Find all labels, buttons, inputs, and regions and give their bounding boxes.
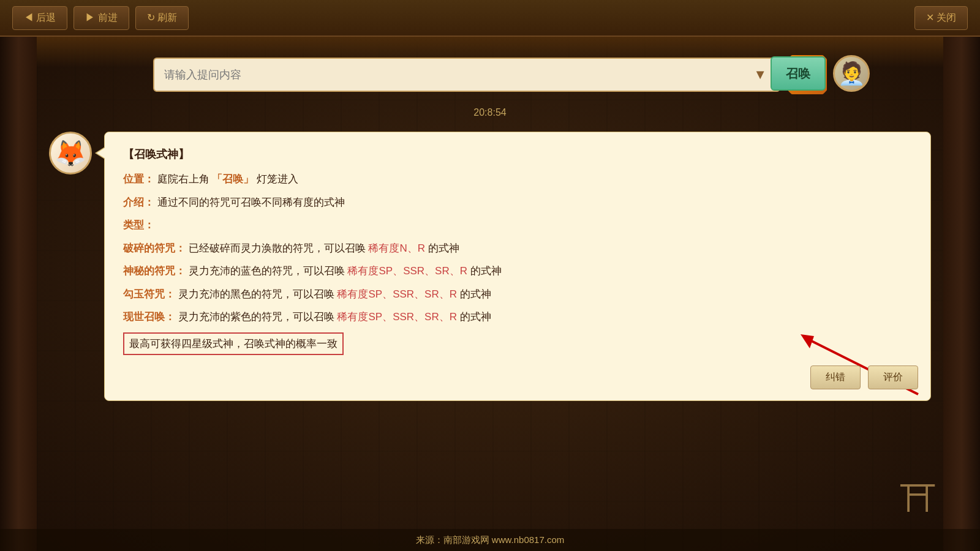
broken-text: 已经破碎而灵力涣散的符咒，可以召唤: [189, 242, 366, 254]
modern-label: 现世召唤：: [123, 311, 175, 323]
bot-avatar-icon: 🦊: [55, 138, 86, 168]
message-bubble: 【召唤式神】 位置： 庭院右上角 「召唤」 灯笼进入 介绍： 通过不同的符咒可召…: [104, 132, 931, 401]
jade-highlight: 稀有度SP、SSR、SR、R: [337, 288, 457, 300]
boxed-text-line: 最高可获得四星级式神，召唤式神的概率一致: [123, 332, 912, 356]
main-content: ▼ 🔍 召唤 🧑‍💼 20:8:54 🦊 【召唤式神】 位置： 庭院右上角 「召…: [0, 37, 980, 551]
dropdown-button[interactable]: ▼: [751, 64, 769, 85]
message-area: 🦊 【召唤式神】 位置： 庭院右上角 「召唤」 灯笼进入 介绍： 通过不同的符咒…: [49, 132, 931, 520]
summon-button[interactable]: 召唤: [771, 56, 826, 91]
bottom-source-bar: 来源：南部游戏网 www.nb0817.com: [0, 529, 980, 551]
location-link: 「召唤」: [212, 173, 254, 185]
nav-buttons-group: ◀ 后退 ▶ 前进 ↻ 刷新: [12, 6, 189, 30]
location-line: 位置： 庭院右上角 「召唤」 灯笼进入: [123, 171, 912, 187]
location-text: 庭院右上角: [157, 173, 213, 185]
top-navigation-bar: ◀ 后退 ▶ 前进 ↻ 刷新 ✕ 关闭: [0, 0, 980, 37]
intro-line: 介绍： 通过不同的符咒可召唤不同稀有度的式神: [123, 195, 912, 211]
type-line: 类型：: [123, 217, 912, 233]
jade-suffix: 的式神: [460, 288, 491, 300]
highlighted-box: 最高可获得四星级式神，召唤式神的概率一致: [123, 332, 344, 356]
timestamp: 20:8:54: [473, 107, 506, 118]
avatar-icon: 🧑‍💼: [838, 61, 865, 86]
modern-text: 灵力充沛的紫色的符咒，可以召唤: [178, 311, 334, 323]
intro-label: 介绍：: [123, 197, 154, 208]
back-button[interactable]: ◀ 后退: [12, 6, 67, 30]
broken-talisman-line: 破碎的符咒： 已经破碎而灵力涣散的符咒，可以召唤 稀有度N、R 的式神: [123, 241, 912, 257]
intro-text: 通过不同的符咒可召唤不同稀有度的式神: [157, 197, 345, 208]
jade-text: 灵力充沛的黑色的符咒，可以召唤: [178, 288, 334, 300]
type-label: 类型：: [123, 219, 154, 231]
broken-highlight: 稀有度N、R: [368, 242, 425, 254]
search-area: ▼ 🔍: [153, 55, 827, 94]
broken-suffix: 的式神: [428, 242, 459, 254]
modern-summon-line: 现世召唤： 灵力充沛的紫色的符咒，可以召唤 稀有度SP、SSR、SR、R 的式神: [123, 309, 912, 325]
close-button[interactable]: ✕ 关闭: [914, 6, 968, 30]
bot-avatar: 🦊: [49, 132, 92, 174]
user-avatar[interactable]: 🧑‍💼: [833, 55, 870, 92]
forward-button[interactable]: ▶ 前进: [74, 6, 129, 30]
search-input[interactable]: [164, 69, 751, 81]
search-input-wrapper: ▼: [153, 58, 780, 92]
broken-label: 破碎的符咒：: [123, 242, 186, 254]
modern-highlight: 稀有度SP、SSR、SR、R: [337, 311, 457, 323]
decorative-character: ⛩: [900, 478, 937, 520]
jade-label: 勾玉符咒：: [123, 288, 175, 300]
location-label: 位置：: [123, 173, 154, 185]
mystic-suffix: 的式神: [470, 265, 502, 277]
action-buttons: 纠错 评价: [810, 365, 918, 389]
source-text: 来源：南部游戏网 www.nb0817.com: [416, 534, 565, 546]
location-suffix: 灯笼进入: [257, 173, 298, 185]
jade-talisman-line: 勾玉符咒： 灵力充沛的黑色的符咒，可以召唤 稀有度SP、SSR、SR、R 的式神: [123, 287, 912, 302]
mystic-text: 灵力充沛的蓝色的符咒，可以召唤: [189, 265, 345, 277]
refresh-button[interactable]: ↻ 刷新: [135, 6, 189, 30]
mystic-highlight: 稀有度SP、SSR、SR、R: [347, 265, 467, 277]
modern-suffix: 的式神: [460, 311, 491, 323]
report-error-button[interactable]: 纠错: [810, 365, 861, 389]
summon-area: 召唤 🧑‍💼: [771, 55, 870, 92]
message-title: 【召唤式神】: [123, 147, 912, 162]
review-button[interactable]: 评价: [868, 365, 918, 389]
mystic-label: 神秘的符咒：: [123, 265, 186, 277]
mystic-talisman-line: 神秘的符咒： 灵力充沛的蓝色的符咒，可以召唤 稀有度SP、SSR、SR、R 的式…: [123, 263, 912, 279]
